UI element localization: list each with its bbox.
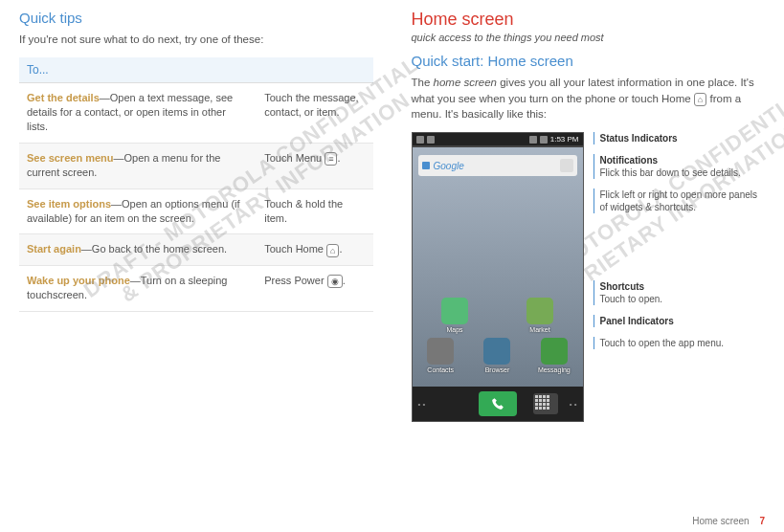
panel-indicator-left[interactable]: • • [418, 400, 426, 409]
row-do-pre: Touch Home [264, 243, 326, 255]
row-do-post: . [339, 243, 342, 255]
app-shortcut[interactable]: Maps [436, 298, 474, 333]
footer-section: Home screen [692, 516, 749, 526]
annot-notif-title: Notifications [600, 154, 766, 166]
app-label: Contacts [421, 366, 459, 373]
battery-icon [540, 136, 548, 144]
annot-shortcuts-title: Shortcuts [600, 280, 766, 293]
home-screen-heading: Home screen [412, 10, 766, 30]
app-shortcut[interactable]: Messaging [535, 338, 573, 373]
app-label: Maps [436, 326, 474, 333]
left-column: Quick tips If you're not sure what to do… [19, 10, 373, 422]
app-shortcut[interactable]: Contacts [421, 338, 459, 373]
menu-key-icon: ≡ [325, 152, 337, 166]
signal-icon [529, 136, 537, 144]
annot-panels-desc: Flick left or right to open more panels … [600, 188, 766, 213]
table-row: See screen menu—Open a menu for the curr… [19, 143, 373, 188]
status-time: 1:53 PM [550, 135, 579, 144]
row-do-post: . [343, 275, 346, 286]
home-screen-subtitle: quick access to the things you need most [412, 32, 766, 43]
mic-icon[interactable] [560, 159, 573, 172]
row-action: See item options [27, 198, 111, 210]
row-do-pre: Touch Menu [264, 152, 325, 164]
app-shortcut[interactable]: Browser [478, 338, 516, 373]
annot-shortcuts-desc: Touch to open. [600, 293, 766, 305]
row-do-post: . [337, 152, 340, 164]
bottom-bar: • • • • [413, 387, 583, 421]
phone-dialer-button[interactable] [479, 391, 517, 416]
app-menu-button[interactable] [533, 393, 558, 414]
p-em: home screen [434, 77, 497, 88]
status-icon [416, 136, 424, 144]
home-key-icon: ⌂ [326, 244, 339, 257]
p-pre: The [412, 77, 434, 88]
quick-start-heading: Quick start: Home screen [412, 53, 766, 69]
power-key-icon: ◉ [327, 275, 343, 288]
panel-indicator-right[interactable]: • • [570, 400, 577, 409]
app-label: Browser [478, 366, 516, 373]
app-label: Messaging [535, 366, 573, 373]
annot-appmenu-desc: Touch to open the app menu. [600, 337, 766, 349]
search-icon [422, 162, 430, 169]
annot-status-title: Status Indicators [600, 132, 766, 144]
annotations: Status Indicators Notifications Flick th… [594, 132, 766, 422]
page-footer: Home screen 7 [692, 516, 765, 526]
phone-mockup: 1:53 PM Google Maps Market Contacts [412, 132, 584, 422]
page-number: 7 [759, 516, 765, 526]
table-row: Wake up your phone—Turn on a sleeping to… [19, 265, 373, 311]
row-action: See screen menu [27, 152, 114, 164]
home-wallpaper[interactable]: Google Maps Market Contacts Browser Mess… [413, 147, 583, 387]
search-label: Google [434, 161, 464, 171]
table-row: See item options—Open an options menu (i… [19, 188, 373, 234]
row-do: Touch & hold the item. [257, 188, 372, 234]
tips-header: To... [19, 57, 373, 83]
annot-notif-desc: Flick this bar down to see details. [600, 166, 766, 179]
row-desc: —Go back to the home screen. [81, 243, 227, 255]
quick-tips-heading: Quick tips [19, 10, 373, 26]
table-row: Get the details—Open a text message, see… [19, 82, 373, 143]
row-action: Get the details [27, 92, 100, 103]
table-row: Start again—Go back to the home screen. … [19, 234, 373, 265]
quick-tips-intro: If you're not sure what to do next, try … [19, 32, 373, 48]
right-column: Home screen quick access to the things y… [412, 10, 766, 422]
row-do: Touch the message, contact, or item. [257, 82, 372, 143]
tips-table: To... Get the details—Open a text messag… [19, 57, 373, 312]
home-screen-paragraph: The home screen gives you all your lates… [412, 75, 766, 122]
home-key-icon: ⌂ [694, 93, 706, 106]
row-action: Wake up your phone [27, 275, 130, 286]
annot-panel-ind-title: Panel Indicators [600, 315, 766, 327]
search-widget[interactable]: Google [418, 155, 577, 176]
app-label: Market [521, 326, 559, 333]
status-icon [427, 136, 435, 144]
row-do-pre: Press Power [264, 275, 326, 286]
app-shortcut[interactable]: Market [521, 298, 559, 333]
status-bar[interactable]: 1:53 PM [413, 133, 583, 145]
phone-icon [491, 397, 504, 410]
row-action: Start again [27, 243, 81, 255]
